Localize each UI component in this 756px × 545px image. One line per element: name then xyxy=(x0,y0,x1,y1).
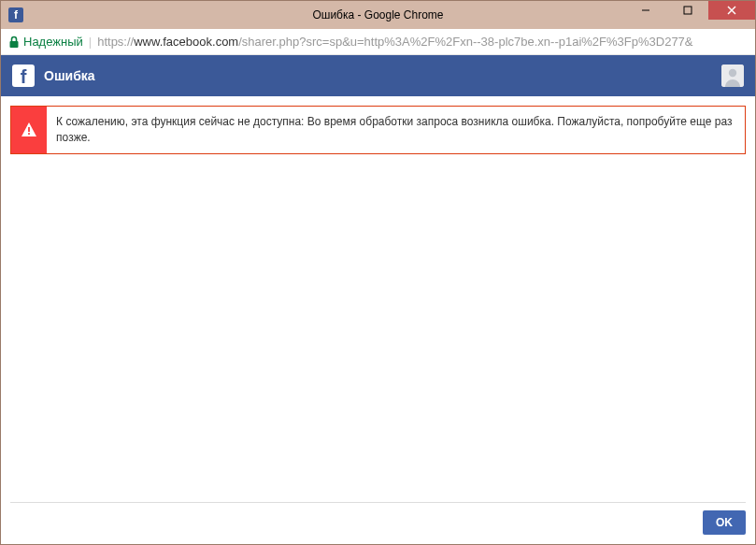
secure-label: Надежный xyxy=(23,35,83,49)
error-banner: К сожалению, эта функция сейчас не досту… xyxy=(10,106,746,154)
url-host: www.facebook.com xyxy=(134,35,238,49)
facebook-header: f Ошибка xyxy=(1,55,755,96)
lock-icon xyxy=(8,36,20,49)
minimize-icon xyxy=(641,6,650,15)
minimize-button[interactable] xyxy=(624,1,666,20)
error-message: К сожалению, эта функция сейчас не досту… xyxy=(47,107,745,153)
url-scheme: https:// xyxy=(97,35,134,49)
window-titlebar[interactable]: f Ошибка - Google Chrome xyxy=(1,1,755,29)
address-bar[interactable]: Надежный | https://www.facebook.com/shar… xyxy=(1,29,755,55)
warning-icon xyxy=(21,122,37,138)
dialog-footer: OK xyxy=(10,502,746,535)
avatar-icon xyxy=(721,65,744,87)
svg-rect-8 xyxy=(28,133,30,135)
url-text: https://www.facebook.com/sharer.php?src=… xyxy=(97,35,692,49)
error-icon-container xyxy=(11,107,47,153)
page-title: Ошибка xyxy=(44,68,721,83)
facebook-favicon: f xyxy=(8,7,23,22)
address-separator: | xyxy=(89,35,92,49)
avatar[interactable] xyxy=(721,65,744,87)
svg-rect-7 xyxy=(28,127,30,132)
close-icon xyxy=(727,6,736,15)
svg-rect-4 xyxy=(10,41,19,48)
svg-rect-1 xyxy=(684,7,692,14)
facebook-logo-icon[interactable]: f xyxy=(12,65,35,87)
close-button[interactable] xyxy=(708,1,755,20)
ok-button[interactable]: OK xyxy=(703,510,746,535)
maximize-button[interactable] xyxy=(666,1,708,20)
window-controls xyxy=(624,1,755,20)
url-path: /sharer.php?src=sp&u=http%3A%2F%2Fxn--38… xyxy=(238,35,692,49)
maximize-icon xyxy=(683,6,692,15)
svg-point-6 xyxy=(729,69,736,77)
content-area: К сожалению, эта функция сейчас не досту… xyxy=(1,96,755,544)
